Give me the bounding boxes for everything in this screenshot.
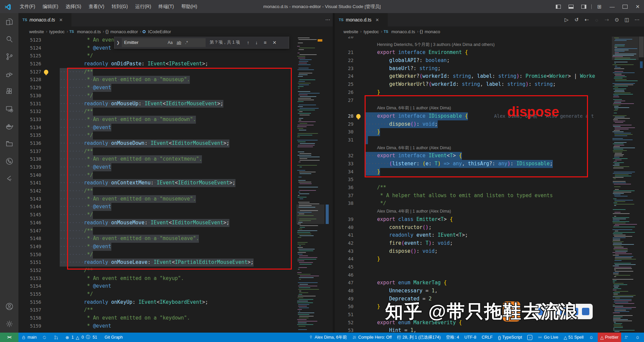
- line-number[interactable]: 46: [335, 271, 354, 279]
- menu-go[interactable]: 转到(G): [108, 0, 131, 13]
- line-number[interactable]: 35: [335, 176, 354, 184]
- git-graph-status[interactable]: Git Graph: [102, 333, 125, 342]
- previous-change-icon[interactable]: ⇠: [582, 17, 592, 23]
- line-number[interactable]: 44: [335, 255, 354, 263]
- line-number[interactable]: 5142: [18, 187, 41, 195]
- line-number[interactable]: 5147: [18, 227, 41, 235]
- tab-close-icon[interactable]: ✕: [375, 17, 379, 22]
- breadcrumb-item[interactable]: typedoc: [363, 29, 380, 34]
- code-line[interactable]: 44 }: [335, 255, 644, 263]
- code-line[interactable]: 5158 * An event emitted on a "keydown".: [18, 314, 333, 322]
- line-number[interactable]: 48: [335, 287, 354, 295]
- line-number[interactable]: 34: [335, 168, 354, 176]
- tab-close-icon[interactable]: ✕: [59, 17, 63, 22]
- line-number[interactable]: 5157: [18, 306, 41, 314]
- line-number[interactable]: 36: [335, 184, 354, 192]
- code-line[interactable]: 5157 /**: [18, 306, 333, 314]
- code-line[interactable]: 22 globalAPI?: boolean;: [335, 57, 644, 65]
- codelens[interactable]: Alex Dima, 4年前 | 1 author (Alex Dima): [335, 208, 644, 216]
- line-number[interactable]: 5159: [18, 322, 41, 330]
- line-number[interactable]: 50: [335, 303, 354, 311]
- problems-status[interactable]: ⊗1 △0 ⓘ51: [63, 333, 102, 342]
- encoding-status[interactable]: UTF-8: [462, 333, 479, 342]
- project-manager-icon[interactable]: [0, 135, 18, 153]
- breadcrumb-item[interactable]: monaco.editor: [110, 29, 139, 34]
- source-control-icon[interactable]: [0, 48, 18, 65]
- toggle-sidebar-icon[interactable]: [552, 0, 565, 13]
- remote-indicator[interactable]: ><: [0, 333, 18, 342]
- breadcrumb-item[interactable]: website: [29, 29, 45, 34]
- git-graph-icon[interactable]: [0, 153, 18, 170]
- line-number[interactable]: 23: [335, 65, 354, 73]
- line-number[interactable]: 37: [335, 192, 354, 200]
- code-line[interactable]: 5153 * An event emitted on a "keyup".: [18, 275, 333, 283]
- line-number[interactable]: 30: [335, 128, 354, 136]
- line-number[interactable]: 5124: [18, 44, 41, 52]
- line-number[interactable]: 38: [335, 199, 354, 208]
- line-number[interactable]: 32: [335, 152, 354, 160]
- line-number[interactable]: 39: [335, 216, 354, 224]
- more-actions-icon[interactable]: ⋯: [632, 17, 642, 23]
- line-number[interactable]: 33: [335, 160, 354, 168]
- line-number[interactable]: 5132: [18, 108, 41, 116]
- line-number[interactable]: 21: [335, 49, 354, 57]
- feedback-button[interactable]: [621, 333, 633, 342]
- breadcrumb-item[interactable]: monaco.d.ts: [391, 29, 416, 34]
- codelens-label[interactable]: Alex Dima, 4年前 | 1 author (Alex Dima): [377, 208, 451, 216]
- sync-button[interactable]: [39, 333, 51, 342]
- editor-right[interactable]: 20Henning Dieterichs, 5个月前 | 3 authors (…: [335, 37, 644, 333]
- timeline-icon[interactable]: ↺: [572, 17, 582, 23]
- line-number[interactable]: 40: [335, 224, 354, 232]
- menu-run[interactable]: 运行(R): [131, 0, 155, 13]
- breadcrumb-item[interactable]: monaco.d.ts: [76, 29, 102, 34]
- more-actions-icon[interactable]: ⋯: [323, 17, 333, 23]
- line-number[interactable]: 28: [335, 112, 354, 120]
- indentation-status[interactable]: 空格: 4: [443, 333, 462, 342]
- line-number[interactable]: 5135: [18, 131, 41, 139]
- code-line[interactable]: 39 export class Emitter<T> {: [335, 216, 644, 224]
- line-number[interactable]: 5152: [18, 267, 41, 275]
- line-number[interactable]: 5131: [18, 100, 41, 108]
- line-number[interactable]: 5127: [18, 68, 41, 76]
- line-number[interactable]: 5136: [18, 139, 41, 148]
- line-number[interactable]: 5148: [18, 235, 41, 243]
- line-number[interactable]: 5156: [18, 298, 41, 306]
- line-number[interactable]: 5139: [18, 163, 41, 171]
- go-live-status[interactable]: Go Live: [535, 333, 561, 342]
- search-icon[interactable]: [0, 31, 18, 48]
- next-change-icon[interactable]: ⇢: [602, 17, 612, 23]
- previous-match-icon[interactable]: ↑: [244, 40, 252, 45]
- line-number[interactable]: 5155: [18, 290, 41, 298]
- toggle-panel-icon[interactable]: [565, 0, 577, 13]
- prettier-status[interactable]: △Prettier: [598, 333, 621, 342]
- line-number[interactable]: 5145: [18, 211, 41, 219]
- code-line[interactable]: 5156 readonly onKeyUp: IEvent<IKeyboardE…: [18, 298, 333, 306]
- code-line[interactable]: 45: [335, 263, 644, 271]
- line-number[interactable]: 5128: [18, 76, 41, 84]
- compare-changes-button[interactable]: [51, 333, 63, 342]
- line-number[interactable]: 45: [335, 263, 354, 271]
- line-number[interactable]: 51: [335, 311, 354, 319]
- menu-edit[interactable]: 编辑(E): [39, 0, 62, 13]
- line-number[interactable]: 25: [335, 80, 354, 89]
- ts-project-button[interactable]: ›: [525, 333, 535, 342]
- gitlens-icon[interactable]: [0, 170, 18, 187]
- line-number[interactable]: 27: [335, 97, 354, 105]
- line-number[interactable]: 5130: [18, 92, 41, 100]
- split-editor-button[interactable]: ◫: [622, 17, 632, 23]
- lightbulb-icon[interactable]: [44, 70, 48, 74]
- line-number[interactable]: 47: [335, 279, 354, 287]
- code-line[interactable]: 5159 * @event: [18, 322, 333, 330]
- code-line[interactable]: 37 * A helper that allows to emit and li…: [335, 192, 644, 200]
- code-line[interactable]: 38 */: [335, 199, 644, 208]
- code-line[interactable]: 48 Unnecessary = 1,: [335, 287, 644, 295]
- branch-status[interactable]: main: [18, 333, 39, 342]
- line-number[interactable]: 31: [335, 136, 354, 144]
- find-input[interactable]: [122, 40, 166, 45]
- account-icon[interactable]: [0, 298, 18, 315]
- breadcrumb-item[interactable]: monaco: [424, 29, 441, 34]
- line-number[interactable]: 53: [335, 327, 354, 333]
- line-number[interactable]: 5154: [18, 282, 41, 290]
- line-number[interactable]: 5158: [18, 314, 41, 322]
- find-in-selection-icon[interactable]: ≡: [261, 40, 269, 45]
